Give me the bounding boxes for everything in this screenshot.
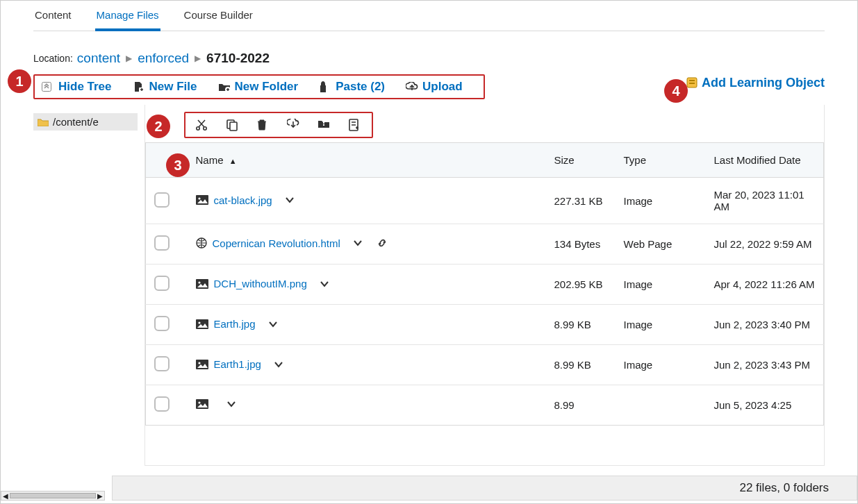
collapse-icon [42, 82, 54, 92]
file-type-icon [196, 399, 208, 409]
breadcrumb-current: 6710-2022 [206, 51, 270, 66]
file-menu-chevron-icon[interactable] [274, 361, 283, 368]
svg-rect-9 [230, 122, 237, 131]
annotation-badge-3: 3 [166, 153, 190, 177]
file-type: Image [616, 178, 706, 224]
file-modified: Jun 2, 2023 3:40 PM [706, 305, 824, 345]
file-menu-chevron-icon[interactable] [226, 401, 236, 408]
scroll-right-icon[interactable]: ▶ [97, 492, 103, 500]
file-size: 8.99 [546, 385, 616, 426]
file-scroll-viewport[interactable]: Name ▲ Size Type Last Modified Date cat-… [145, 105, 825, 466]
cut-icon[interactable] [195, 119, 209, 131]
file-menu-chevron-icon[interactable] [268, 321, 278, 328]
location-label: Location: [33, 53, 73, 64]
download-icon[interactable] [287, 119, 301, 131]
tree-root-label: /content/e [53, 116, 99, 128]
link-icon[interactable] [377, 237, 388, 249]
paste-button[interactable]: Paste (2) [319, 80, 385, 94]
file-size: 8.99 KB [546, 305, 616, 345]
file-modified: Jun 5, 2023 4:25 [706, 385, 824, 426]
file-size: 8.99 KB [546, 345, 616, 385]
col-size[interactable]: Size [546, 143, 616, 178]
new-folder-button[interactable]: New Folder [218, 80, 299, 94]
file-tree: /content/e [33, 105, 138, 494]
toolbar: Hide Tree New File New Folder [33, 74, 485, 99]
file-menu-chevron-icon[interactable] [285, 196, 295, 203]
col-type[interactable]: Type [616, 143, 706, 178]
paste-label: Paste (2) [336, 80, 385, 94]
table-row: Earth.jpg8.99 KBImageJun 2, 2023 3:40 PM [146, 305, 824, 345]
annotation-badge-4: 4 [664, 79, 688, 103]
breadcrumb: Location: content ▶ enforced ▶ 6710-2022 [33, 51, 825, 66]
table-row: Earth1.jpg8.99 KBImageJun 2, 2023 3:43 P… [146, 345, 824, 385]
file-type: Web Page [616, 224, 706, 264]
svg-point-21 [198, 362, 200, 364]
table-row: 8.99Jun 5, 2023 4:25 [146, 385, 824, 426]
upload-icon [406, 82, 418, 92]
file-modified: Apr 4, 2022 11:26 AM [706, 264, 824, 305]
row-checkbox[interactable] [154, 192, 170, 208]
bulk-edit-icon[interactable] [348, 119, 362, 131]
file-menu-chevron-icon[interactable] [320, 280, 329, 287]
row-checkbox[interactable] [154, 316, 170, 331]
nav-tabs: Content Manage Files Course Builder [33, 6, 825, 31]
file-modified: Jul 22, 2022 9:59 AM [706, 224, 824, 264]
sort-asc-icon: ▲ [229, 157, 237, 165]
svg-point-19 [198, 321, 200, 324]
hide-tree-button[interactable]: Hide Tree [42, 80, 112, 94]
trash-icon[interactable] [256, 119, 270, 131]
row-checkbox[interactable] [154, 235, 170, 251]
breadcrumb-sep: ▶ [126, 53, 132, 63]
upload-label: Upload [422, 80, 463, 94]
status-bar: 22 files, 0 folders [112, 476, 857, 501]
col-modified[interactable]: Last Modified Date [706, 143, 824, 178]
svg-rect-5 [689, 83, 695, 84]
tab-manage-files[interactable]: Manage Files [95, 6, 160, 31]
file-type-icon [196, 195, 208, 205]
file-size: 202.95 KB [546, 264, 616, 305]
new-file-button[interactable]: New File [133, 80, 197, 94]
svg-rect-4 [689, 80, 695, 81]
paste-icon [319, 81, 331, 92]
tree-hscrollbar[interactable]: ◀ ▶ [1, 491, 105, 501]
file-listing-area: Name ▲ Size Type Last Modified Date cat-… [145, 105, 825, 494]
new-folder-label: New Folder [235, 80, 299, 94]
row-checkbox[interactable] [154, 356, 170, 371]
file-name-link[interactable]: Earth.jpg [214, 318, 256, 330]
file-name-link[interactable]: cat-black.jpg [214, 194, 272, 206]
new-folder-icon [218, 82, 231, 92]
file-type: Image [616, 305, 706, 345]
tab-content[interactable]: Content [33, 6, 73, 31]
col-name[interactable]: Name ▲ [188, 143, 546, 178]
file-name-link[interactable]: DCH_withoutIM.png [214, 278, 307, 289]
scroll-left-icon[interactable]: ◀ [3, 492, 8, 500]
annotation-badge-2: 2 [147, 115, 170, 138]
tab-course-builder[interactable]: Course Builder [183, 6, 254, 31]
zip-icon[interactable] [317, 119, 331, 131]
table-row: cat-black.jpg227.31 KBImageMar 20, 2023 … [146, 178, 824, 224]
file-name-link[interactable]: Copernican Revolution.html [213, 237, 340, 249]
file-name-link[interactable]: Earth1.jpg [214, 358, 261, 370]
file-size: 134 Bytes [546, 224, 616, 264]
breadcrumb-content[interactable]: content [77, 51, 120, 66]
hide-tree-label: Hide Tree [58, 80, 112, 94]
file-type-icon [196, 279, 208, 289]
upload-button[interactable]: Upload [406, 80, 463, 94]
add-learning-object-label: Add Learning Object [702, 76, 825, 90]
file-menu-chevron-icon[interactable] [353, 240, 363, 246]
row-checkbox[interactable] [154, 396, 170, 412]
table-row: Copernican Revolution.html134 BytesWeb P… [146, 224, 824, 264]
row-checkbox[interactable] [154, 276, 170, 291]
tree-root-item[interactable]: /content/e [33, 113, 138, 131]
file-size: 227.31 KB [546, 178, 616, 224]
file-type: Image [616, 264, 706, 305]
breadcrumb-enforced[interactable]: enforced [138, 51, 189, 66]
folder-icon [38, 118, 49, 126]
copy-icon[interactable] [226, 119, 240, 131]
add-learning-object-button[interactable]: Add Learning Object [686, 76, 825, 90]
file-type [616, 385, 706, 426]
learning-object-icon [686, 77, 698, 88]
status-summary: 22 files, 0 folders [739, 481, 829, 495]
file-type-icon [196, 360, 208, 369]
file-actions-toolbar [184, 112, 373, 138]
